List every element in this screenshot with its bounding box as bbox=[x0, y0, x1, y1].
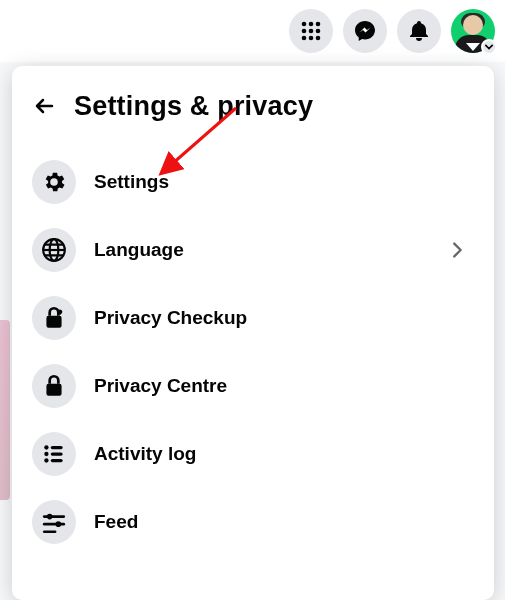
globe-icon bbox=[32, 228, 76, 272]
svg-point-1 bbox=[309, 22, 314, 27]
bell-icon bbox=[407, 19, 431, 43]
svg-point-6 bbox=[302, 36, 307, 41]
apps-menu-button[interactable] bbox=[289, 9, 333, 53]
notifications-button[interactable] bbox=[397, 9, 441, 53]
svg-point-4 bbox=[309, 29, 314, 34]
menu-item-privacy-checkup[interactable]: Privacy Checkup bbox=[20, 284, 486, 352]
menu-item-settings[interactable]: Settings bbox=[20, 148, 486, 216]
svg-rect-13 bbox=[46, 384, 61, 396]
svg-point-2 bbox=[316, 22, 321, 27]
sliders-icon bbox=[32, 500, 76, 544]
menu-item-label: Settings bbox=[94, 171, 169, 193]
svg-rect-17 bbox=[51, 452, 63, 455]
svg-point-18 bbox=[44, 458, 48, 462]
menu-item-label: Privacy Checkup bbox=[94, 307, 247, 329]
svg-point-0 bbox=[302, 22, 307, 27]
menu-item-privacy-centre[interactable]: Privacy Centre bbox=[20, 352, 486, 420]
menu-item-label: Privacy Centre bbox=[94, 375, 227, 397]
list-icon bbox=[32, 432, 76, 476]
chevron-down-icon bbox=[481, 39, 497, 55]
back-button[interactable] bbox=[26, 88, 62, 124]
svg-rect-12 bbox=[46, 316, 61, 328]
lock-heart-icon bbox=[32, 296, 76, 340]
menu-item-label: Language bbox=[94, 239, 184, 261]
svg-point-16 bbox=[44, 452, 48, 456]
messenger-button[interactable] bbox=[343, 9, 387, 53]
account-menu[interactable] bbox=[451, 9, 495, 53]
background-strip bbox=[0, 320, 10, 500]
grid-icon bbox=[301, 21, 321, 41]
svg-rect-15 bbox=[51, 446, 63, 449]
messenger-icon bbox=[353, 19, 377, 43]
svg-point-21 bbox=[47, 514, 53, 520]
top-bar bbox=[0, 0, 505, 62]
svg-point-8 bbox=[316, 36, 321, 41]
panel-header: Settings & privacy bbox=[20, 78, 486, 148]
svg-point-3 bbox=[302, 29, 307, 34]
menu-item-label: Activity log bbox=[94, 443, 196, 465]
menu-item-activity-log[interactable]: Activity log bbox=[20, 420, 486, 488]
menu-item-label: Feed bbox=[94, 511, 138, 533]
svg-point-23 bbox=[56, 521, 62, 527]
menu-item-language[interactable]: Language bbox=[20, 216, 486, 284]
menu-item-feed[interactable]: Feed bbox=[20, 488, 486, 556]
chevron-right-icon bbox=[446, 239, 468, 261]
svg-point-14 bbox=[44, 445, 48, 449]
panel-title: Settings & privacy bbox=[74, 91, 313, 122]
svg-point-5 bbox=[316, 29, 321, 34]
settings-privacy-panel: Settings & privacy Settings Language Pri… bbox=[12, 66, 494, 600]
arrow-left-icon bbox=[32, 94, 56, 118]
gear-icon bbox=[32, 160, 76, 204]
svg-rect-19 bbox=[51, 459, 63, 462]
lock-icon bbox=[32, 364, 76, 408]
svg-point-7 bbox=[309, 36, 314, 41]
